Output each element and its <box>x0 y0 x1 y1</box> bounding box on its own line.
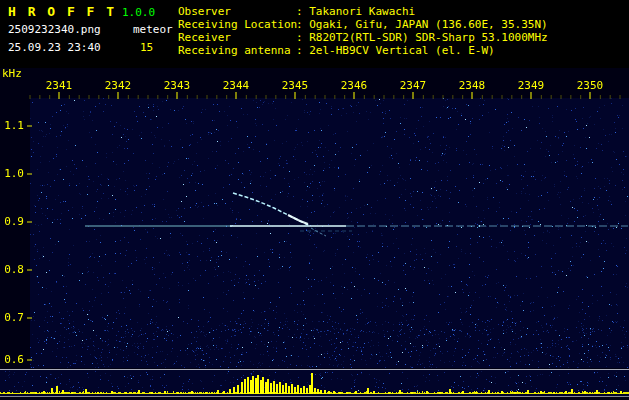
time-axis-label: 2344 <box>221 79 251 92</box>
time-axis-label: 2347 <box>398 79 428 92</box>
info-label: Receiving antenna <box>178 44 296 57</box>
freq-axis-label: 0.9 <box>0 215 24 228</box>
observation-mode: meteor <box>133 23 173 36</box>
time-axis-label: 2341 <box>44 79 74 92</box>
info-value: : Takanori Kawachi <box>296 5 415 18</box>
observation-datetime: 25.09.23 23:40 <box>8 41 101 54</box>
hrofft-screenshot: H R O F F T 1.0.0 2509232340.png meteor … <box>0 0 629 400</box>
freq-axis-label: 0.7 <box>0 311 24 324</box>
app-version: 1.0.0 <box>122 6 155 19</box>
freq-axis-label: 1.1 <box>0 119 24 132</box>
time-axis-label: 2346 <box>339 79 369 92</box>
app-title: H R O F F T <box>8 4 116 19</box>
spectrogram-noise-background <box>0 68 629 400</box>
info-label: Observer <box>178 5 296 18</box>
time-axis-label: 2345 <box>280 79 310 92</box>
info-value: : Ogaki, Gifu, JAPAN (136.60E, 35.35N) <box>296 18 548 31</box>
freq-axis-label: 0.8 <box>0 263 24 276</box>
meteor-count: 15 <box>140 41 153 54</box>
info-value: : R820T2(RTL-SDR) SDR-Sharp 53.1000MHz <box>296 31 548 44</box>
info-value: : 2el-HB9CV Vertical (el. E-W) <box>296 44 495 57</box>
station-info-row: Receiving antenna: 2el-HB9CV Vertical (e… <box>178 44 548 57</box>
output-filename: 2509232340.png <box>8 23 101 36</box>
time-axis-label: 2342 <box>103 79 133 92</box>
freq-axis-label: 0.6 <box>0 353 24 366</box>
info-label: Receiving Location <box>178 18 296 31</box>
station-info-row: Receiving Location: Ogaki, Gifu, JAPAN (… <box>178 18 548 31</box>
time-axis-label: 2343 <box>162 79 192 92</box>
freq-axis-label: 1.0 <box>0 167 24 180</box>
station-info: Observer: Takanori KawachiReceiving Loca… <box>178 5 548 57</box>
time-axis-label: 2350 <box>575 79 605 92</box>
station-info-row: Observer: Takanori Kawachi <box>178 5 548 18</box>
freq-unit-label: kHz <box>2 67 22 80</box>
info-label: Receiver <box>178 31 296 44</box>
time-axis-label: 2349 <box>516 79 546 92</box>
station-info-row: Receiver: R820T2(RTL-SDR) SDR-Sharp 53.1… <box>178 31 548 44</box>
time-axis-label: 2348 <box>457 79 487 92</box>
